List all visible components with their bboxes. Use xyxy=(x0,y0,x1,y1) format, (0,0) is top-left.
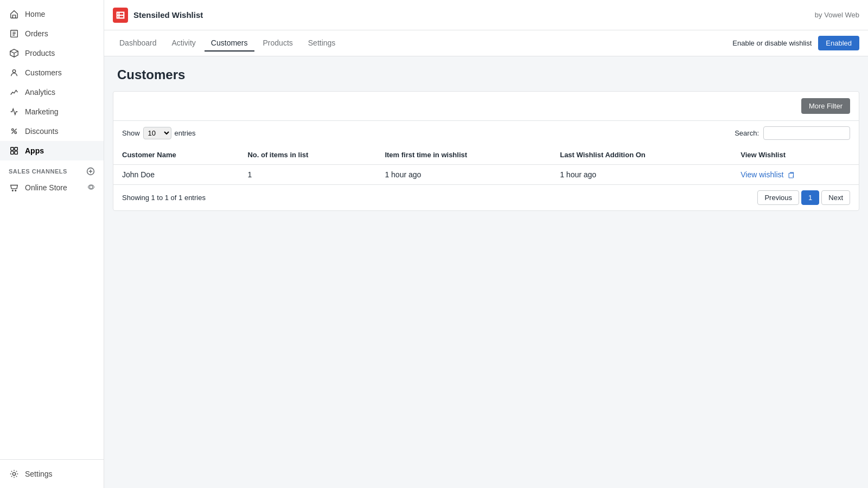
svg-rect-8 xyxy=(15,151,17,154)
app-content-area: Customers More Filter Show 10 25 50 100 … xyxy=(104,56,868,488)
enable-disable-label: Enable or disable wishlist xyxy=(732,39,812,47)
tab-settings[interactable]: Settings xyxy=(302,35,342,52)
svg-rect-5 xyxy=(11,147,14,150)
sidebar-item-customers-label: Customers xyxy=(25,68,62,77)
show-label: Show xyxy=(122,129,140,137)
sidebar-item-marketing-label: Marketing xyxy=(25,107,58,116)
svg-point-15 xyxy=(12,472,15,475)
svg-rect-7 xyxy=(11,151,14,154)
col-last-addition: Last Wishlist Addition On xyxy=(551,145,732,165)
showing-text: Showing 1 to 1 of 1 entries xyxy=(122,194,206,202)
page-header: Customers xyxy=(104,56,868,91)
cell-first-time: 1 hour ago xyxy=(376,165,551,185)
tab-activity[interactable]: Activity xyxy=(165,35,202,52)
svg-point-2 xyxy=(12,129,14,131)
cell-view-wishlist: View wishlist xyxy=(732,165,859,185)
tab-products[interactable]: Products xyxy=(257,35,299,52)
svg-point-1 xyxy=(12,70,15,73)
cell-items-count: 1 xyxy=(239,165,376,185)
sales-channels-label: SALES CHANNELS xyxy=(9,168,67,175)
sidebar-item-apps-label: Apps xyxy=(25,146,44,155)
svg-rect-6 xyxy=(15,147,17,150)
svg-point-3 xyxy=(15,132,17,134)
search-box: Search: xyxy=(735,126,850,140)
svg-line-4 xyxy=(12,129,17,134)
table-controls: Show 10 25 50 100 entries Search: xyxy=(113,121,859,145)
sidebar-nav: Home Orders Products Customers Analytics xyxy=(0,0,104,459)
subnav-right: Enable or disable wishlist Enabled xyxy=(732,36,859,50)
col-items-count: No. of items in list xyxy=(239,145,376,165)
sidebar-item-orders-label: Orders xyxy=(25,29,48,38)
sidebar-item-discounts-label: Discounts xyxy=(25,127,58,136)
svg-rect-16 xyxy=(789,174,793,178)
sidebar-item-analytics-label: Analytics xyxy=(25,88,55,97)
marketing-icon xyxy=(9,106,20,117)
sidebar-bottom: Settings xyxy=(0,459,104,488)
col-customer-name: Customer Name xyxy=(113,145,239,165)
apps-icon xyxy=(9,145,20,156)
tab-customers[interactable]: Customers xyxy=(205,35,254,52)
sidebar-item-settings-label: Settings xyxy=(25,470,53,478)
discounts-icon xyxy=(9,126,20,137)
orders-icon xyxy=(9,28,20,39)
search-input[interactable] xyxy=(763,126,850,140)
customers-icon xyxy=(9,67,20,78)
app-header: Stensiled Wishlist xyxy=(113,8,203,23)
sidebar-item-marketing[interactable]: Marketing xyxy=(0,102,104,121)
sidebar-item-apps[interactable]: Apps xyxy=(0,141,104,160)
table-body: John Doe 1 1 hour ago 1 hour ago View wi… xyxy=(113,165,859,185)
customers-table: Customer Name No. of items in list Item … xyxy=(113,145,859,185)
cell-last-addition: 1 hour ago xyxy=(551,165,732,185)
table-footer: Showing 1 to 1 of 1 entries Previous 1 N… xyxy=(113,185,859,210)
svg-point-14 xyxy=(90,185,93,189)
table-row: John Doe 1 1 hour ago 1 hour ago View wi… xyxy=(113,165,859,185)
sidebar-item-online-store-label: Online Store xyxy=(25,183,67,192)
online-store-visibility-icon[interactable] xyxy=(87,183,95,192)
svg-point-13 xyxy=(15,190,16,191)
main-content: Stensiled Wishlist by Vowel Web Dashboar… xyxy=(104,0,868,488)
pagination: Previous 1 Next xyxy=(757,190,850,205)
sidebar-item-online-store[interactable]: Online Store xyxy=(0,178,104,197)
sidebar-item-analytics[interactable]: Analytics xyxy=(0,82,104,102)
tab-dashboard[interactable]: Dashboard xyxy=(113,35,163,52)
more-filter-button[interactable]: More Filter xyxy=(801,98,850,114)
entries-select[interactable]: 10 25 50 100 xyxy=(143,127,171,139)
show-entries: Show 10 25 50 100 entries xyxy=(122,127,196,139)
subnav-tabs: Dashboard Activity Customers Products Se… xyxy=(113,35,342,52)
col-view-wishlist: View Wishlist xyxy=(732,145,859,165)
card-toolbar: More Filter xyxy=(113,92,859,121)
search-label: Search: xyxy=(735,129,759,137)
next-button[interactable]: Next xyxy=(821,190,850,205)
add-sales-channel-button[interactable] xyxy=(86,167,95,176)
sidebar-item-products[interactable]: Products xyxy=(0,43,104,63)
sidebar-item-customers[interactable]: Customers xyxy=(0,63,104,82)
sidebar-item-home[interactable]: Home xyxy=(0,4,104,24)
enabled-button[interactable]: Enabled xyxy=(818,36,859,50)
online-store-icon xyxy=(9,182,20,193)
entries-label: entries xyxy=(175,129,196,137)
col-first-time: Item first time in wishlist xyxy=(376,145,551,165)
app-title: Stensiled Wishlist xyxy=(133,10,203,20)
topbar-by-label: by Vowel Web xyxy=(815,11,859,19)
products-icon xyxy=(9,48,20,59)
sales-channels-section: SALES CHANNELS xyxy=(0,160,104,178)
settings-icon xyxy=(9,468,20,479)
topbar: Stensiled Wishlist by Vowel Web xyxy=(104,0,868,30)
view-wishlist-link[interactable]: View wishlist xyxy=(741,170,795,179)
table-header-row: Customer Name No. of items in list Item … xyxy=(113,145,859,165)
analytics-icon xyxy=(9,87,20,98)
sidebar: Home Orders Products Customers Analytics xyxy=(0,0,104,488)
sidebar-item-orders[interactable]: Orders xyxy=(0,24,104,43)
page-title: Customers xyxy=(117,67,855,82)
page-1-button[interactable]: 1 xyxy=(801,190,819,205)
sidebar-item-discounts[interactable]: Discounts xyxy=(0,121,104,141)
previous-button[interactable]: Previous xyxy=(757,190,799,205)
cell-customer-name: John Doe xyxy=(113,165,239,185)
home-icon xyxy=(9,9,20,20)
sidebar-item-products-label: Products xyxy=(25,49,55,57)
app-subnav: Dashboard Activity Customers Products Se… xyxy=(104,30,868,56)
svg-point-12 xyxy=(12,190,13,191)
sidebar-item-home-label: Home xyxy=(25,10,45,18)
app-logo xyxy=(113,8,128,23)
sidebar-item-settings[interactable]: Settings xyxy=(0,464,104,484)
